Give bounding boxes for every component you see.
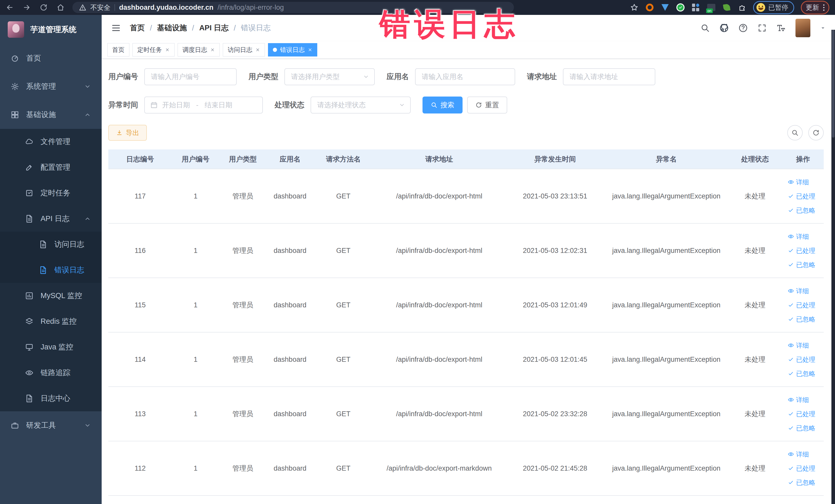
cell-exception-name: java.lang.IllegalArgumentException (605, 332, 728, 387)
dashboard-icon (11, 54, 19, 62)
fullscreen-icon[interactable] (757, 23, 767, 33)
processed-link[interactable]: 已处理 (788, 246, 815, 255)
sidebar-item-mysql-monitor[interactable]: MySQL 监控 (0, 283, 102, 309)
ignored-link[interactable]: 已忽略 (788, 315, 815, 323)
font-size-icon[interactable] (776, 23, 786, 33)
sidebar-item-system-management[interactable]: 系统管理 (0, 73, 102, 101)
search-button[interactable]: 搜索 (423, 97, 463, 114)
processed-link[interactable]: 已处理 (788, 355, 815, 364)
sidebar-item-infrastructure[interactable]: 基础设施 (0, 101, 102, 129)
extension-switch-icon[interactable]: on (707, 3, 716, 12)
refresh-table-button[interactable] (808, 125, 824, 140)
update-button[interactable]: 更新 (801, 1, 829, 14)
logo-avatar (8, 21, 24, 38)
extensions-puzzle-icon[interactable] (738, 3, 747, 12)
paused-label: 已暂停 (768, 3, 788, 12)
forward-icon[interactable] (23, 3, 31, 12)
extension-green-check-icon[interactable] (676, 3, 685, 12)
app-name-input[interactable] (415, 68, 515, 85)
close-icon[interactable] (256, 47, 260, 52)
col-actions: 操作 (782, 149, 824, 169)
detail-link[interactable]: 详细 (788, 450, 809, 459)
sidebar-item-home[interactable]: 首页 (0, 44, 102, 73)
reload-icon[interactable] (40, 3, 48, 12)
sidebar-item-api-log[interactable]: API 日志 (0, 206, 102, 231)
sidebar-item-error-log[interactable]: 错误日志 (0, 257, 102, 283)
cell-user-id: 1 (172, 278, 219, 332)
paused-profile-badge[interactable]: 已暂停 (753, 1, 794, 14)
user-avatar[interactable] (795, 19, 810, 37)
detail-link[interactable]: 详细 (788, 341, 809, 350)
detail-link[interactable]: 详细 (788, 178, 809, 186)
tag-home[interactable]: 首页 (107, 43, 129, 57)
sidebar-item-access-log[interactable]: 访问日志 (0, 231, 102, 257)
cell-user-id: 1 (172, 332, 219, 387)
github-icon[interactable] (719, 23, 729, 33)
reset-button[interactable]: 重置 (467, 97, 507, 114)
ignored-link[interactable]: 已忽略 (788, 261, 815, 269)
home-icon[interactable] (57, 3, 65, 12)
cell-exception-time: 2021-05-03 23:13:51 (505, 169, 605, 223)
breadcrumb-item[interactable]: 基础设施 (157, 23, 187, 33)
close-icon[interactable] (210, 47, 215, 52)
user-id-input[interactable] (144, 68, 237, 85)
caret-down-icon[interactable] (820, 25, 826, 31)
user-type-select[interactable]: 请选择用户类型 (284, 68, 375, 85)
extension-adblock-icon[interactable] (645, 3, 654, 12)
cell-user-id: 1 (172, 169, 219, 223)
sidebar-item-label: 首页 (26, 53, 41, 63)
toggle-search-button[interactable] (787, 125, 803, 140)
date-range-picker[interactable]: 开始日期 - 结束日期 (144, 97, 263, 114)
sidebar-item-trace[interactable]: 链路追踪 (0, 360, 102, 386)
search-icon (431, 102, 437, 108)
sidebar-item-scheduled-tasks[interactable]: 定时任务 (0, 180, 102, 206)
close-icon[interactable] (165, 47, 170, 52)
browser-menu-icon[interactable] (823, 4, 824, 11)
page-scrollbar[interactable] (831, 30, 835, 504)
eye-icon (788, 234, 794, 240)
detail-link[interactable]: 详细 (788, 287, 809, 295)
breadcrumb-item[interactable]: 首页 (130, 23, 145, 33)
tag-scheduled-tasks[interactable]: 定时任务 (133, 43, 175, 57)
detail-link[interactable]: 详细 (788, 396, 809, 404)
scrollbar-thumb[interactable] (832, 30, 834, 138)
sidebar-toggle-icon[interactable] (111, 23, 121, 33)
extension-leaf-icon[interactable] (722, 3, 731, 12)
security-label[interactable]: 不安全 (90, 3, 110, 12)
sidebar-item-java-monitor[interactable]: Java 监控 (0, 334, 102, 360)
search-icon[interactable] (700, 23, 710, 33)
detail-link[interactable]: 详细 (788, 233, 809, 241)
ignored-link[interactable]: 已忽略 (788, 369, 815, 378)
processed-link[interactable]: 已处理 (788, 464, 815, 473)
tag-schedule-log[interactable]: 调度日志 (178, 43, 220, 57)
extension-grid-icon[interactable] (692, 3, 700, 12)
ignored-link[interactable]: 已忽略 (788, 206, 815, 215)
process-status-select[interactable]: 请选择处理状态 (311, 97, 411, 114)
sidebar: 芋道管理系统 首页 系统管理 基础设施 (0, 15, 102, 504)
help-icon[interactable] (738, 23, 748, 33)
processed-link[interactable]: 已处理 (788, 301, 815, 309)
close-icon[interactable] (308, 47, 312, 52)
sidebar-item-file-management[interactable]: 文件管理 (0, 129, 102, 155)
sidebar-logo[interactable]: 芋道管理系统 (0, 15, 102, 44)
tag-error-log[interactable]: 错误日志 (268, 43, 317, 57)
ignored-link[interactable]: 已忽略 (788, 424, 815, 432)
sidebar-item-redis-monitor[interactable]: Redis 监控 (0, 309, 102, 334)
export-button[interactable]: 导出 (108, 125, 147, 141)
request-url-input[interactable] (563, 68, 655, 85)
cell-method: GET (314, 169, 373, 223)
sidebar-item-log-center[interactable]: 日志中心 (0, 386, 102, 411)
cell-method: GET (314, 441, 373, 496)
breadcrumb-item[interactable]: API 日志 (199, 23, 228, 33)
sidebar-item-config-management[interactable]: 配置管理 (0, 155, 102, 180)
back-icon[interactable] (6, 3, 14, 12)
cell-method: GET (314, 223, 373, 278)
table-toolbar: 导出 (108, 125, 824, 141)
extension-shield-icon[interactable] (661, 3, 669, 12)
bookmark-star-icon[interactable] (630, 3, 639, 12)
ignored-link[interactable]: 已忽略 (788, 478, 815, 487)
tag-access-log[interactable]: 访问日志 (223, 43, 265, 57)
processed-link[interactable]: 已处理 (788, 410, 815, 418)
processed-link[interactable]: 已处理 (788, 192, 815, 201)
sidebar-item-dev-tools[interactable]: 研发工具 (0, 411, 102, 440)
